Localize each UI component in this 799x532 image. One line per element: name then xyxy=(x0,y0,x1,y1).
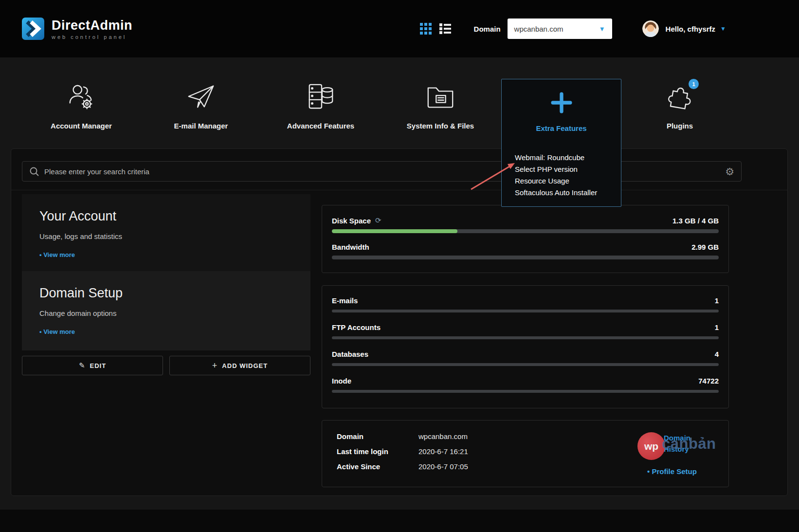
bandwidth-label: Bandwidth xyxy=(332,243,369,251)
inode-row: Inode 74722 xyxy=(332,377,719,385)
add-widget-button[interactable]: + ADD WIDGET xyxy=(169,356,310,375)
databases-bar xyxy=(332,363,719,366)
bandwidth-value: 2.99 GB xyxy=(691,243,719,251)
nav-label: Plugins xyxy=(667,122,693,130)
emails-row: E-mails 1 xyxy=(332,296,719,305)
disk-space-label: Disk Space ⟳ xyxy=(332,216,381,225)
counters-card: E-mails 1 FTP Accounts 1 Databases 4 Ino… xyxy=(322,285,729,408)
nav-label: System Info & Files xyxy=(407,122,474,130)
user-menu-chevron-icon[interactable]: ▼ xyxy=(720,25,726,32)
info-label: Active Since xyxy=(337,462,418,471)
nav-item-email-manager[interactable]: E-mail Manager xyxy=(141,82,261,130)
inode-label: Inode xyxy=(332,377,351,385)
section-subtitle: Usage, logs and statistics xyxy=(39,232,293,240)
extra-features-icon xyxy=(549,90,574,115)
domain-select-value: wpcanban.com xyxy=(514,25,599,33)
view-more-link[interactable]: View more xyxy=(39,328,75,335)
widget-buttons: ✎ EDIT + ADD WIDGET xyxy=(22,356,310,375)
chevron-down-icon: ▼ xyxy=(599,25,605,33)
ftp-accounts-row: FTP Accounts 1 xyxy=(332,323,719,331)
info-value: 2020-6-7 16:21 xyxy=(418,447,468,456)
nav-label: Advanced Features xyxy=(287,122,354,130)
view-more-link[interactable]: View more xyxy=(39,251,75,258)
list-view-icon[interactable] xyxy=(439,22,452,35)
info-value: wpcanban.com xyxy=(418,432,468,440)
info-value: 2020-6-7 07:05 xyxy=(418,462,468,471)
nav-item-system-info-files[interactable]: System Info & Files xyxy=(381,82,500,130)
disk-space-row: Disk Space ⟳ 1.3 GB / 4 GB xyxy=(332,216,719,225)
disk-space-value: 1.3 GB / 4 GB xyxy=(672,217,719,225)
nav-item-extra-features[interactable]: Extra Features xyxy=(502,90,621,132)
gear-icon[interactable]: ⚙ xyxy=(725,166,734,177)
profile-setup-link[interactable]: Profile Setup xyxy=(647,467,697,476)
menu-item-webmail-roundcube[interactable]: Webmail: Roundcube xyxy=(515,152,621,164)
user-greeting[interactable]: Hello, cfhysrfz xyxy=(666,25,716,33)
emails-label: E-mails xyxy=(332,296,358,305)
menu-item-softaculous-auto-installer[interactable]: Softaculous Auto Installer xyxy=(515,187,621,199)
section-subtitle: Change domain options xyxy=(39,309,293,317)
account-info-card: Domain wpcanban.com Last time login 2020… xyxy=(322,420,729,487)
databases-label: Databases xyxy=(332,350,368,358)
domain-label: Domain xyxy=(474,25,501,33)
grid-view-icon[interactable] xyxy=(419,22,432,35)
menu-item-resource-usage[interactable]: Resource Usage xyxy=(515,175,621,187)
nav-item-plugins[interactable]: 1 Plugins xyxy=(620,82,740,130)
domain-setup-section[interactable]: Domain Setup Change domain options View … xyxy=(22,271,310,350)
divider xyxy=(11,190,787,190)
inode-value: 74722 xyxy=(698,377,719,385)
section-title: Your Account xyxy=(39,209,293,224)
info-row-domain: Domain wpcanban.com xyxy=(337,432,714,440)
bandwidth-bar xyxy=(332,256,719,259)
disk-space-bar xyxy=(332,229,719,233)
logo-title: DirectAdmin xyxy=(52,18,132,33)
usage-card: Disk Space ⟳ 1.3 GB / 4 GB Bandwidth 2.9… xyxy=(322,205,729,273)
inode-bar xyxy=(332,390,719,393)
search-input[interactable] xyxy=(44,167,725,176)
disk-space-bar-fill xyxy=(332,229,457,233)
pencil-icon: ✎ xyxy=(79,361,86,370)
domain-history-link[interactable]: Domain History xyxy=(664,432,708,455)
databases-value: 4 xyxy=(715,350,719,358)
your-account-section[interactable]: Your Account Usage, logs and statistics … xyxy=(22,194,310,271)
nav-label: E-mail Manager xyxy=(174,122,228,130)
info-label: Domain xyxy=(337,432,418,440)
directadmin-dashboard: DirectAdmin web control panel xyxy=(0,0,799,532)
advanced-features-icon xyxy=(306,82,336,112)
plus-icon: + xyxy=(212,361,218,371)
nav-item-account-manager[interactable]: Account Manager xyxy=(21,82,141,130)
emails-bar xyxy=(332,310,719,312)
left-column: Your Account Usage, logs and statistics … xyxy=(22,194,310,375)
avatar xyxy=(642,20,659,37)
ftp-accounts-value: 1 xyxy=(715,323,719,331)
emails-value: 1 xyxy=(715,296,719,305)
menu-item-select-php-version[interactable]: Select PHP version xyxy=(515,164,621,175)
ftp-accounts-bar xyxy=(332,336,719,339)
add-widget-button-label: ADD WIDGET xyxy=(222,362,268,369)
nav-item-advanced-features[interactable]: Advanced Features xyxy=(261,82,381,130)
bandwidth-row: Bandwidth 2.99 GB xyxy=(332,243,719,251)
extra-features-panel: Extra Features Webmail: Roundcube Select… xyxy=(501,79,621,207)
ftp-accounts-label: FTP Accounts xyxy=(332,323,381,331)
edit-button[interactable]: ✎ EDIT xyxy=(22,356,163,375)
edit-button-label: EDIT xyxy=(90,362,106,369)
domain-select[interactable]: wpcanban.com ▼ xyxy=(508,18,612,39)
header-right: Domain wpcanban.com ▼ Hello, cfhysrfz ▼ xyxy=(419,18,726,39)
info-row-last-login: Last time login 2020-6-7 16:21 xyxy=(337,447,714,456)
header: DirectAdmin web control panel xyxy=(0,0,799,57)
logo-icon xyxy=(21,17,45,40)
section-title: Domain Setup xyxy=(39,286,293,301)
system-info-files-icon xyxy=(425,82,455,112)
plugins-badge: 1 xyxy=(689,79,699,89)
search-icon xyxy=(29,166,39,177)
main-panel: ⚙ Your Account Usage, logs and statistic… xyxy=(11,148,788,496)
info-label: Last time login xyxy=(337,447,418,456)
nav-label: Extra Features xyxy=(536,124,586,132)
search-bar: ⚙ xyxy=(22,161,742,182)
footer-bar xyxy=(0,510,799,532)
databases-row: Databases 4 xyxy=(332,350,719,358)
extra-features-menu: Webmail: Roundcube Select PHP version Re… xyxy=(502,152,621,199)
nav-label: Account Manager xyxy=(51,122,112,130)
directadmin-logo: DirectAdmin web control panel xyxy=(21,17,132,40)
refresh-icon[interactable]: ⟳ xyxy=(375,216,381,225)
account-manager-icon xyxy=(66,82,96,112)
